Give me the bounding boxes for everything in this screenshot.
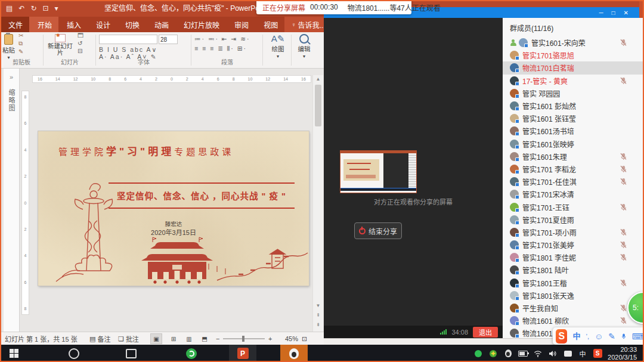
member-row[interactable]: 管实1701夏佳雨: [503, 214, 644, 226]
member-row[interactable]: 管实1601-宋向荣: [503, 36, 644, 49]
ribbon-tab[interactable]: 设计: [88, 17, 117, 32]
qat-icon[interactable]: ↶: [18, 4, 24, 13]
tray-qq-icon[interactable]: [503, 349, 513, 358]
ppt-scrollbar[interactable]: ▲ ▼ ⇞ ⇟: [312, 75, 323, 332]
clipboard-small-buttons[interactable]: ✂⧉✎: [18, 32, 23, 60]
chinese-mode-icon[interactable]: 中: [572, 332, 580, 341]
input-mode-indicator[interactable]: 中: [578, 349, 587, 358]
align-buttons[interactable]: ≡ ≡ ≡ ≣ ⫴· ⊞·: [194, 45, 260, 52]
tray-antivirus-icon[interactable]: ✚: [488, 349, 498, 358]
cortana-button[interactable]: [60, 345, 88, 362]
notes-button[interactable]: ▤备注: [89, 332, 110, 345]
qat-icon[interactable]: ↻: [30, 4, 36, 13]
previous-slide-icon[interactable]: ⇞: [313, 313, 323, 318]
member-row[interactable]: 物流1601 柳欣: [503, 314, 644, 327]
search-icon: [299, 34, 309, 44]
member-row[interactable]: 管实1801 李佳妮: [503, 251, 644, 264]
slideshow-view-button[interactable]: ⬒: [199, 334, 210, 344]
emoji-icon[interactable]: ☺: [595, 332, 603, 341]
member-row[interactable]: 管实1601朱理: [503, 150, 644, 163]
ribbon-tab[interactable]: 开始: [29, 17, 58, 32]
member-row[interactable]: 管实 邓园园: [503, 87, 644, 100]
ribbon-tab[interactable]: 审阅: [226, 17, 255, 32]
normal-view-button[interactable]: ▣: [150, 333, 162, 344]
start-button[interactable]: [0, 345, 27, 362]
zoom-level[interactable]: 45%: [285, 332, 298, 345]
battery-icon[interactable]: [518, 349, 528, 358]
zoom-out-button[interactable]: −: [216, 332, 219, 345]
apostrophe-icon[interactable]: ’,: [586, 332, 590, 341]
member-row[interactable]: 物流1701白茗瑞: [503, 61, 644, 74]
ribbon-tab[interactable]: 幻灯片放映: [175, 17, 226, 32]
green-app-button[interactable]: [178, 345, 205, 362]
ribbon-tab[interactable]: 插入: [58, 17, 88, 32]
task-view-button[interactable]: [117, 345, 145, 362]
ribbon-tab[interactable]: 文件: [0, 17, 29, 32]
member-row[interactable]: 管实1601张映婷: [503, 138, 644, 150]
member-row[interactable]: 管实1601 彭灿然: [503, 100, 644, 112]
member-name: 管实1701骆思旭: [522, 50, 574, 60]
font-size-box[interactable]: 28: [159, 35, 178, 44]
fit-to-window-icon[interactable]: ⊡: [302, 332, 307, 345]
member-row[interactable]: 平生我自知: [503, 302, 644, 314]
qq-taskbar-button[interactable]: [280, 345, 308, 362]
taskbar-clock[interactable]: 20:33 2020/3/15: [608, 346, 639, 361]
tray-green-dot-icon[interactable]: [473, 349, 483, 358]
list-indent-buttons[interactable]: ≔· ≕· ⇤ ⇥ ≋·: [194, 35, 260, 42]
qat-icon[interactable]: ▤: [6, 4, 13, 13]
member-row[interactable]: 管实1601汤书培: [503, 125, 644, 137]
slide-small-buttons[interactable]: 🗔↺⊟: [78, 32, 83, 56]
paste-button[interactable]: 粘贴▾: [2, 32, 15, 60]
member-row[interactable]: 管实1801张天逸: [503, 289, 644, 302]
slide-sorter-view-button[interactable]: ⊞: [168, 334, 179, 344]
handwriting-icon[interactable]: ✎: [608, 332, 615, 341]
ribbon-tab[interactable]: 切换: [117, 17, 146, 32]
member-row[interactable]: 管实1701-王钰: [503, 200, 644, 213]
end-share-button[interactable]: 结束分享: [354, 222, 402, 239]
member-row[interactable]: 管实1701骆思旭: [503, 49, 644, 61]
member-row[interactable]: 管实1701-项小雨: [503, 226, 644, 239]
avatar: [510, 291, 519, 300]
thumbnails-pane-collapsed[interactable]: » 缩略图: [4, 69, 20, 332]
member-row[interactable]: 管实1701张美婷: [503, 239, 644, 251]
powerpoint-taskbar-button[interactable]: P: [229, 345, 256, 362]
ribbon-tab[interactable]: 动画: [146, 17, 175, 32]
keyboard-icon[interactable]: ⌨: [632, 332, 644, 341]
next-slide-icon[interactable]: ⇟: [313, 322, 323, 327]
member-row[interactable]: 管实1701宋冰清: [503, 188, 644, 200]
scroll-down-icon[interactable]: ▼: [313, 303, 323, 308]
qat-icon[interactable]: ▾: [55, 4, 58, 13]
volume-icon[interactable]: [548, 349, 558, 358]
qat-icon[interactable]: ⊡: [42, 4, 48, 13]
zoom-in-button[interactable]: +: [268, 332, 272, 345]
slide-canvas[interactable]: 管理学院学"习"明理专题思政课 坚定信仰、信念、信心 ，同心共战 " 疫 " 滕…: [38, 131, 309, 286]
close-icon[interactable]: ✕: [624, 10, 628, 16]
member-row[interactable]: 管实1801王楷: [503, 277, 644, 289]
member-row[interactable]: 管实1701 李稻龙: [503, 163, 644, 175]
tray-sogou-icon[interactable]: S: [593, 349, 602, 358]
member-row[interactable]: 17-管实 - 黄爽: [503, 75, 644, 87]
clock-date: 2020/3/15: [608, 354, 637, 361]
sogou-logo-icon[interactable]: S: [556, 329, 567, 344]
minimize-icon[interactable]: ─: [599, 10, 603, 16]
wifi-icon[interactable]: [533, 349, 543, 358]
comments-button[interactable]: ❏批注: [118, 332, 139, 345]
exit-button[interactable]: 退出: [473, 327, 498, 338]
zoom-slider-thumb[interactable]: [242, 336, 244, 342]
ribbon-tab[interactable]: 视图: [255, 17, 284, 32]
reading-view-button[interactable]: ▥: [184, 334, 194, 344]
drawing-button[interactable]: A✎ 绘图▾: [266, 32, 290, 59]
member-row[interactable]: 管实1601 张钰莹: [503, 112, 644, 125]
font-style-buttons[interactable]: B I U S abc A∨: [99, 46, 188, 53]
scroll-up-icon[interactable]: ▲: [313, 76, 323, 82]
zoom-slider[interactable]: [223, 338, 265, 339]
editing-button[interactable]: 编辑▾: [293, 32, 315, 59]
scrollbar-thumb[interactable]: [315, 85, 321, 126]
voice-input-icon[interactable]: [621, 332, 627, 341]
font-name-box[interactable]: [99, 35, 157, 44]
member-row[interactable]: 管实1701-任佳淇: [503, 175, 644, 188]
member-row[interactable]: 管实1801 陆叶: [503, 264, 644, 276]
maximize-icon[interactable]: □: [612, 10, 615, 16]
notifications-icon[interactable]: [563, 349, 572, 358]
new-slide-button[interactable]: 新建幻灯片: [47, 32, 74, 56]
